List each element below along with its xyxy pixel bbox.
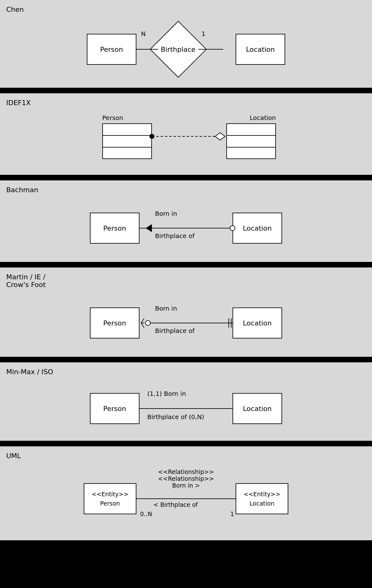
bachman-location-label: Location — [243, 224, 272, 232]
uml-location-box: <<Entity>> Location — [236, 483, 288, 514]
svg-line-10 — [141, 318, 144, 323]
uml-location-entity-label: <<Entity>> — [243, 489, 280, 499]
minmax-diagram: Person Location (1,1) Born in Birthplace… — [6, 381, 366, 433]
uml-left-card: 0..N — [140, 511, 152, 517]
bachman-born-in: Born in — [155, 210, 177, 217]
uml-location-name: Location — [250, 499, 274, 508]
chen-location-label: Location — [246, 46, 275, 53]
idef1x-person-box — [102, 123, 152, 159]
uml-section: UML <<Entity>> Person <<Entity>> Locatio… — [0, 446, 372, 540]
uml-relationship-label: <<Relationship>> <<Relationship>> Born i… — [155, 468, 217, 489]
uml-born-in-label: <<Relationship>> Born in > — [155, 475, 217, 489]
divider-3 — [0, 262, 372, 267]
svg-point-9 — [145, 321, 150, 325]
chen-person-box: Person — [87, 34, 136, 65]
idef1x-diagram: Person Location — [6, 112, 366, 167]
martin-location-box: Location — [232, 307, 282, 338]
divider-1 — [0, 88, 372, 93]
minmax-born-in: (1,1) Born in — [147, 390, 186, 397]
martin-person-box: Person — [90, 307, 140, 338]
bachman-diagram: Person Location Born in Birthplace of — [6, 199, 366, 254]
uml-right-card: 1 — [230, 511, 234, 517]
uml-relationship-stereotype: <<Relationship>> — [155, 468, 217, 475]
uml-title: UML — [6, 452, 366, 460]
chen-section: Chen Person N Birthplace 1 Location — [0, 0, 372, 88]
chen-location-box: Location — [236, 34, 285, 65]
bachman-birthplace-of: Birthplace of — [155, 232, 194, 240]
divider-2 — [0, 175, 372, 180]
bachman-person-box: Person — [90, 213, 140, 244]
divider-4 — [0, 357, 372, 362]
bachman-person-label: Person — [103, 224, 126, 232]
martin-diagram: Person Location Born in Birthplace of — [6, 294, 366, 349]
minmax-title: Min-Max / ISO — [6, 368, 366, 376]
chen-relationship-label: Birthplace — [161, 45, 196, 53]
minmax-section: Min-Max / ISO Person Location (1,1) Born… — [0, 362, 372, 441]
svg-line-11 — [141, 323, 144, 328]
bachman-location-box: Location — [232, 213, 282, 244]
chen-title: Chen — [6, 6, 366, 13]
uml-sub-label: < Birthplace of — [153, 501, 198, 508]
minmax-person-box: Person — [90, 393, 140, 424]
uml-person-name: Person — [100, 499, 120, 508]
martin-person-label: Person — [103, 319, 126, 327]
chen-diamond-container: Birthplace — [158, 29, 198, 69]
chen-person-label: Person — [100, 46, 123, 53]
divider-5 — [0, 441, 372, 446]
idef1x-person-label: Person — [102, 114, 123, 122]
chen-diagram: Person N Birthplace 1 Location — [6, 18, 366, 80]
minmax-birthplace-of: Birthplace of (0,N) — [147, 413, 204, 421]
idef1x-location-label: Location — [250, 114, 276, 122]
martin-section: Martin / IE / Crow's Foot Person Locatio… — [0, 267, 372, 357]
martin-born-in: Born in — [155, 305, 177, 312]
bachman-title: Bachman — [6, 186, 366, 194]
chen-n-label: N — [141, 30, 146, 38]
uml-person-entity-label: <<Entity>> — [91, 489, 128, 499]
chen-1-label: 1 — [202, 30, 206, 38]
idef1x-location-box — [226, 123, 276, 159]
martin-location-label: Location — [243, 319, 272, 327]
uml-person-box: <<Entity>> Person — [84, 483, 136, 514]
martin-birthplace-of: Birthplace of — [155, 327, 194, 334]
svg-marker-6 — [146, 224, 152, 232]
bachman-section: Bachman Person Location Born in Birthpla… — [0, 180, 372, 262]
idef1x-title: IDEF1X — [6, 99, 366, 107]
minmax-location-label: Location — [243, 405, 272, 413]
minmax-person-label: Person — [103, 405, 126, 413]
chen-diamond: Birthplace — [150, 21, 207, 78]
martin-title: Martin / IE / Crow's Foot — [6, 273, 366, 289]
uml-diagram: <<Entity>> Person <<Entity>> Location <<… — [6, 465, 366, 533]
idef1x-section: IDEF1X Person Location — [0, 93, 372, 175]
svg-marker-4 — [215, 133, 225, 140]
minmax-location-box: Location — [232, 393, 282, 424]
